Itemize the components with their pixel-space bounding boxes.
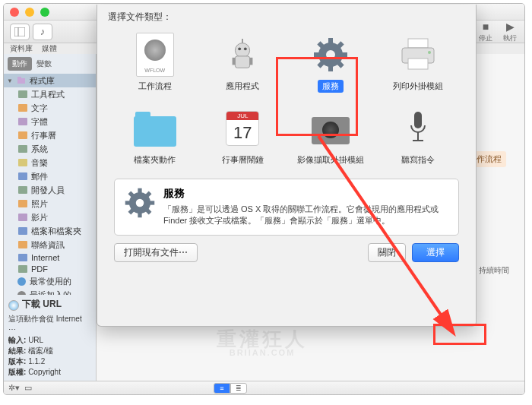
svg-point-4 <box>236 43 250 58</box>
sidebar-item-files[interactable]: 檔案和檔案夾 <box>4 224 96 238</box>
layout-icon[interactable]: ▭ <box>24 383 32 393</box>
type-label: 影像擷取外掛模組 <box>293 153 369 166</box>
type-image-capture-plugin[interactable]: 影像擷取外掛模組 <box>290 103 372 174</box>
type-label: 應用程式 <box>221 80 264 93</box>
sidebar-toggle-button[interactable] <box>10 24 30 40</box>
svg-rect-8 <box>233 58 236 65</box>
svg-point-20 <box>326 50 335 59</box>
document-type-grid: WFLOW 工作流程 應用程式 服務 列印外掛模組 <box>97 27 476 174</box>
media-label: 媒體 <box>42 43 57 54</box>
settings-icon[interactable]: ✲▾ <box>8 383 20 393</box>
desc-heading: 服務 <box>163 187 449 201</box>
automator-window: 未命名 ♪ ●錄製 ▶▶步驟 ■停止 ▶執行 資料庫 媒體 動作 變數 ▼程式庫… <box>3 3 525 395</box>
sidebar-item-music[interactable]: 音樂 <box>4 156 96 169</box>
sidebar-item-mostused[interactable]: 最常使用的 <box>4 274 96 288</box>
stop-button[interactable]: ■停止 <box>477 20 494 43</box>
stop-label: 停止 <box>479 33 492 43</box>
sidebar-item-system[interactable]: 系統 <box>4 142 96 156</box>
sidebar-item-text[interactable]: 文字 <box>4 101 96 115</box>
calendar-icon: JUL17 <box>226 111 259 146</box>
action-detail-panel: 下載 URL 這項動作會從 Internet ⋯ 輸入: URL 結果: 檔案/… <box>4 295 96 381</box>
close-window-icon[interactable] <box>10 8 19 17</box>
type-workflow[interactable]: WFLOW 工作流程 <box>114 30 196 100</box>
close-button[interactable]: 關閉 <box>368 243 406 262</box>
sidebar-item-developer[interactable]: 開發人員 <box>4 183 96 197</box>
type-label: 行事曆鬧鐘 <box>217 153 268 166</box>
sidebar-item-pdf[interactable]: PDF <box>4 263 96 274</box>
media-button[interactable]: ♪ <box>33 24 52 40</box>
library-tree: ▼程式庫 工具程式 文字 字體 行事曆 系統 音樂 郵件 開發人員 照片 影片 … <box>4 72 96 295</box>
sidebar-item-mail[interactable]: 郵件 <box>4 169 96 183</box>
type-dictation-command[interactable]: 聽寫指令 <box>378 103 460 174</box>
svg-rect-25 <box>414 112 422 128</box>
tab-actions[interactable]: 動作 <box>8 57 32 71</box>
type-calendar-alarm[interactable]: JUL17 行事曆鬧鐘 <box>202 103 284 174</box>
tab-variables[interactable]: 變數 <box>32 57 56 71</box>
gear-icon <box>124 187 156 219</box>
sidebar-item-recent[interactable]: 最近加入的 <box>4 288 96 295</box>
choose-button[interactable]: 選擇 <box>412 243 459 262</box>
type-label: 工作流程 <box>134 80 176 93</box>
application-icon <box>225 37 260 72</box>
type-label: 檔案夾動作 <box>129 153 180 166</box>
type-application[interactable]: 應用程式 <box>202 30 284 100</box>
run-label: 執行 <box>503 33 517 43</box>
svg-rect-23 <box>408 59 428 69</box>
type-description-panel: 服務 「服務」是可以透過 OS X 取得的關聯工作流程。它會從現用的應用程式或 … <box>114 179 459 236</box>
sidebar-item-contacts[interactable]: 聯絡資訊 <box>4 238 96 252</box>
svg-rect-2 <box>17 78 25 84</box>
type-print-plugin[interactable]: 列印外掛模組 <box>378 30 460 100</box>
svg-rect-0 <box>14 27 25 36</box>
new-document-sheet: 選擇文件類型： WFLOW 工作流程 應用程式 服務 <box>97 5 477 327</box>
svg-rect-3 <box>17 77 21 79</box>
sidebar-item-photos[interactable]: 照片 <box>4 197 96 210</box>
workflow-icon: WFLOW <box>136 33 174 77</box>
zoom-window-icon[interactable] <box>40 8 49 17</box>
statusbar: ✲▾ ▭ ≡ ≣ <box>4 381 524 394</box>
svg-rect-13 <box>328 65 333 71</box>
printer-icon <box>399 37 437 72</box>
sidebar-item-calendar[interactable]: 行事曆 <box>4 128 96 142</box>
sidebar-item-internet[interactable]: Internet <box>4 252 96 263</box>
svg-rect-9 <box>250 58 253 65</box>
svg-rect-12 <box>328 38 333 44</box>
type-label: 聽寫指令 <box>397 153 439 166</box>
library-root[interactable]: ▼程式庫 <box>4 74 96 87</box>
desc-text: 「服務」是可以透過 OS X 取得的關聯工作流程。它會從現用的應用程式或 Fin… <box>163 204 449 227</box>
svg-point-6 <box>239 47 242 50</box>
camera-icon <box>312 117 350 144</box>
action-title: 下載 URL <box>22 298 62 311</box>
type-service[interactable]: 服務 <box>290 30 372 100</box>
watermark: 重灌狂人 BRIIAN.COM <box>217 329 308 357</box>
gear-icon <box>312 36 349 73</box>
action-desc: 這項動作會從 Internet ⋯ <box>8 314 91 335</box>
svg-rect-32 <box>149 201 154 204</box>
svg-point-37 <box>136 199 144 207</box>
sidebar-item-movies[interactable]: 影片 <box>4 210 96 224</box>
sidebar-item-fonts[interactable]: 字體 <box>4 115 96 128</box>
library-label: 資料庫 <box>10 43 33 54</box>
svg-rect-15 <box>341 52 347 57</box>
folder-icon <box>134 116 176 147</box>
run-button[interactable]: ▶執行 <box>502 20 518 43</box>
svg-rect-21 <box>408 39 428 48</box>
view-flow-icon[interactable]: ≡ <box>214 383 230 394</box>
svg-rect-31 <box>125 201 131 204</box>
svg-rect-29 <box>138 188 141 194</box>
view-list-icon[interactable]: ≣ <box>230 383 247 394</box>
sidebar-item-utilities[interactable]: 工具程式 <box>4 87 96 101</box>
sheet-title: 選擇文件類型： <box>97 5 476 27</box>
microphone-icon <box>404 109 432 147</box>
open-existing-button[interactable]: 打開現有文件⋯ <box>114 243 198 262</box>
type-folder-action[interactable]: 檔案夾動作 <box>114 103 196 174</box>
type-label: 服務 <box>318 80 344 93</box>
sidebar-tabs: 動作 變數 <box>4 54 96 72</box>
sheet-buttons: 打開現有文件⋯ 關閉 選擇 <box>97 236 476 262</box>
sidebar: 動作 變數 ▼程式庫 工具程式 文字 字體 行事曆 系統 音樂 郵件 開發人員 … <box>4 54 97 381</box>
minimize-window-icon[interactable] <box>25 8 34 17</box>
svg-rect-5 <box>236 56 250 68</box>
workflow-badge: 作流程 <box>472 151 506 167</box>
type-label: 列印外掛模組 <box>388 80 448 93</box>
traffic-lights <box>10 8 49 17</box>
view-switcher[interactable]: ≡ ≣ <box>214 383 247 394</box>
